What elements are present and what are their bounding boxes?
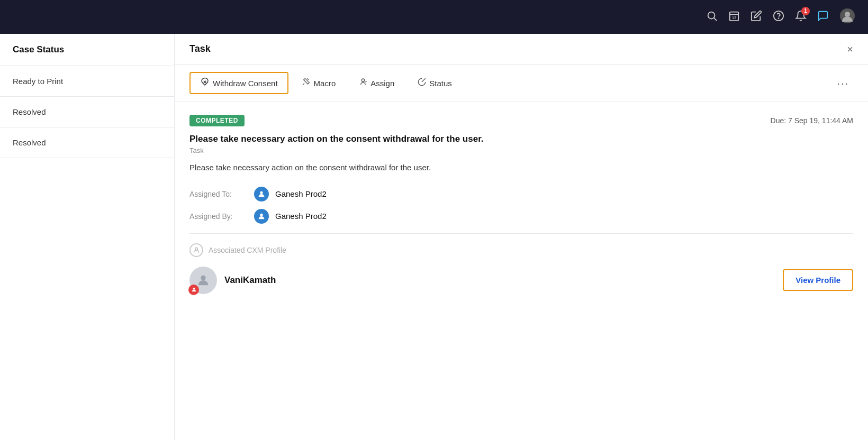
- svg-point-6: [779, 18, 779, 19]
- sidebar-item-ready-to-print[interactable]: Ready to Print: [0, 66, 174, 97]
- profile-name: VaniKamath: [224, 275, 276, 286]
- cxm-icon: [189, 243, 203, 257]
- status-button[interactable]: Status: [408, 74, 462, 93]
- assigned-to-avatar: [254, 187, 269, 201]
- more-options-button[interactable]: ···: [833, 75, 853, 91]
- notification-badge: 1: [801, 7, 810, 15]
- assign-label: Assign: [370, 79, 394, 88]
- sidebar-item-resolved-2[interactable]: Resolved: [0, 127, 174, 158]
- svg-point-12: [195, 248, 198, 250]
- help-icon[interactable]: [773, 10, 784, 24]
- chat-icon[interactable]: [817, 10, 829, 24]
- user-avatar-icon[interactable]: [839, 8, 855, 26]
- macro-label: Macro: [314, 79, 336, 88]
- status-badge: COMPLETED: [189, 115, 245, 126]
- profile-row: VaniKamath View Profile: [189, 267, 853, 294]
- assign-button[interactable]: Assign: [349, 74, 404, 93]
- withdraw-consent-button[interactable]: Withdraw Consent: [189, 72, 288, 94]
- toolbar: Withdraw Consent Macro Assign: [175, 65, 868, 102]
- task-panel: Task × Withdraw Consent: [175, 34, 868, 440]
- withdraw-consent-icon: [200, 77, 210, 89]
- task-header-row: COMPLETED Due: 7 Sep 19, 11:44 AM: [189, 115, 853, 126]
- svg-point-13: [201, 275, 205, 280]
- calendar-icon[interactable]: 13: [728, 10, 740, 24]
- sidebar: Case Status Ready to Print Resolved Reso…: [0, 34, 175, 440]
- assigned-by-label: Assigned By:: [189, 212, 248, 221]
- macro-icon: [302, 78, 311, 88]
- svg-point-14: [193, 288, 195, 290]
- svg-line-1: [714, 18, 717, 21]
- assigned-to-row: Assigned To: Ganesh Prod2: [189, 187, 853, 201]
- cxm-label: Associated CXM Profile: [209, 246, 286, 254]
- view-profile-button[interactable]: View Profile: [783, 269, 853, 291]
- status-icon: [418, 78, 426, 88]
- svg-point-8: [845, 12, 850, 17]
- profile-badge-icon: [188, 285, 199, 295]
- macro-button[interactable]: Macro: [293, 74, 346, 93]
- main-layout: Case Status Ready to Print Resolved Reso…: [0, 34, 868, 440]
- panel-body: COMPLETED Due: 7 Sep 19, 11:44 AM Please…: [175, 102, 868, 440]
- assigned-by-name: Ganesh Prod2: [275, 212, 327, 221]
- cxm-section: Associated CXM Profile: [189, 243, 853, 257]
- svg-point-11: [260, 213, 263, 216]
- svg-point-9: [362, 79, 365, 81]
- status-label: Status: [429, 79, 452, 88]
- task-type: Task: [189, 146, 853, 154]
- notification-icon[interactable]: 1: [795, 10, 807, 24]
- profile-avatar-wrap: [189, 267, 217, 294]
- due-date: Due: 7 Sep 19, 11:44 AM: [771, 116, 853, 125]
- svg-text:13: 13: [732, 15, 736, 20]
- assigned-to-label: Assigned To:: [189, 190, 248, 198]
- sidebar-header: Case Status: [0, 34, 174, 66]
- assigned-by-row: Assigned By: Ganesh Prod2: [189, 209, 853, 224]
- task-title: Please take necessary action on the cons…: [189, 134, 853, 144]
- sidebar-item-resolved-1[interactable]: Resolved: [0, 97, 174, 127]
- edit-icon[interactable]: [751, 10, 762, 24]
- assigned-to-name: Ganesh Prod2: [275, 189, 327, 198]
- panel-title: Task: [189, 43, 211, 54]
- panel-header: Task ×: [175, 34, 868, 65]
- search-icon[interactable]: [706, 10, 718, 24]
- task-description: Please take necessary action on the cons…: [189, 162, 853, 174]
- assign-icon: [359, 78, 367, 88]
- svg-point-10: [260, 191, 263, 194]
- section-divider: [189, 233, 853, 234]
- profile-info: VaniKamath: [189, 267, 276, 294]
- navbar: 13 1: [0, 0, 868, 34]
- withdraw-consent-label: Withdraw Consent: [213, 79, 278, 88]
- svg-point-0: [708, 12, 715, 19]
- assigned-by-avatar: [254, 209, 269, 224]
- close-button[interactable]: ×: [847, 44, 853, 54]
